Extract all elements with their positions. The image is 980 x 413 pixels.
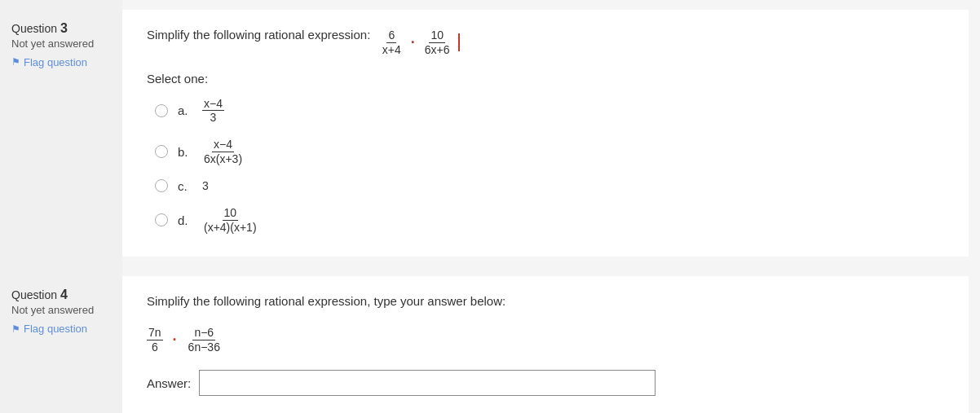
q4-frac1-den: 6 [150,341,160,354]
option-a-letter: a. [178,103,192,117]
q3-frac1-den: x+4 [381,43,403,57]
q4-label: Question 4 [11,288,111,302]
q3-expression: 6 x+4 · 10 6x+6 [381,29,460,57]
option-b-radio[interactable] [155,145,168,158]
option-b-content: x−4 6x(x+3) [202,138,244,166]
question-3-row: Question 3 Not yet answered ⚑ Flag quest… [0,0,980,266]
page-wrapper: Question 3 Not yet answered ⚑ Flag quest… [0,0,980,413]
option-d-letter: d. [178,213,192,227]
option-b-letter: b. [178,145,192,159]
sidebar-q3: Question 3 Not yet answered ⚑ Flag quest… [0,0,122,266]
option-d-radio[interactable] [155,213,168,226]
option-d-num: 10 [223,206,239,221]
q3-options: a. x−4 3 b. [147,97,944,235]
option-b-row[interactable]: b. x−4 6x(x+3) [155,138,944,166]
q4-frac2-den: 6n−36 [187,341,222,354]
q4-frac1-num: 7n [147,326,163,341]
cursor-bar [458,33,460,51]
q4-sidebar-block: Question 4 Not yet answered ⚑ Flag quest… [11,279,111,351]
option-c-radio[interactable] [155,179,168,192]
dot-operator-q4: · [173,332,177,349]
q3-prompt-text: Simplify the following rational expressi… [147,28,370,42]
q4-flag-question[interactable]: ⚑ Flag question [11,323,111,335]
q3-frac2-num: 10 [429,29,445,43]
option-d-row[interactable]: d. 10 (x+4)(x+1) [155,206,944,235]
q3-sidebar-block: Question 3 Not yet answered ⚑ Flag quest… [11,13,111,85]
flag-icon: ⚑ [11,56,20,68]
q4-prompt: Simplify the following rational expressi… [147,292,944,311]
q4-flag-label[interactable]: Flag question [24,323,87,335]
q4-answer-label: Answer: [147,376,191,390]
q4-number: 4 [60,288,68,301]
flag-icon-q4: ⚑ [11,323,20,335]
option-a-num: x−4 [202,97,224,112]
option-c-letter: c. [178,179,192,193]
q3-frac2-den: 6x+6 [423,43,452,57]
q3-prompt: Simplify the following rational expressi… [147,26,944,57]
q4-inner-content: Simplify the following rational expressi… [122,276,969,413]
option-a-fraction: x−4 3 [202,97,224,125]
sidebar-q4: Question 4 Not yet answered ⚑ Flag quest… [0,266,122,413]
option-a-content: x−4 3 [202,97,224,125]
question-4-row: Question 4 Not yet answered ⚑ Flag quest… [0,266,980,413]
option-b-num: x−4 [212,138,234,152]
q4-frac2-num: n−6 [192,326,215,341]
q4-expression-block: 7n 6 · n−6 6n−36 [147,326,944,354]
dot-operator-q3: · [411,32,415,54]
option-b-den: 6x(x+3) [202,152,244,166]
q3-status: Not yet answered [11,37,111,51]
q3-frac1-num: 6 [386,29,396,43]
q3-flag-label[interactable]: Flag question [24,56,87,68]
q4-prompt-text: Simplify the following rational expressi… [147,294,505,308]
option-d-den: (x+4)(x+1) [202,221,258,235]
q3-inner-content: Simplify the following rational expressi… [122,10,969,257]
q3-flag-question[interactable]: ⚑ Flag question [11,56,111,68]
q3-frac2: 10 6x+6 [423,29,452,57]
q3-number: 3 [60,21,68,35]
q3-label: Question 3 [11,21,111,36]
q4-content-cell: Simplify the following rational expressi… [122,266,980,413]
q3-content-cell: Simplify the following rational expressi… [122,0,980,266]
option-a-row[interactable]: a. x−4 3 [155,97,944,125]
option-b-fraction: x−4 6x(x+3) [202,138,244,166]
option-d-fraction: 10 (x+4)(x+1) [202,206,258,235]
q4-label-text: Question [11,288,57,301]
option-d-content: 10 (x+4)(x+1) [202,206,258,235]
q3-label-text: Question [11,22,57,35]
q3-frac1: 6 x+4 [381,29,403,57]
q4-answer-input[interactable] [199,370,656,396]
q4-frac1: 7n 6 [147,326,163,354]
q4-status: Not yet answered [11,304,111,318]
option-a-den: 3 [209,111,219,125]
q4-frac2: n−6 6n−36 [187,326,222,354]
option-a-radio[interactable] [155,104,168,117]
q4-answer-row: Answer: [147,370,944,396]
option-c-content: 3 [202,179,209,192]
q3-select-one: Select one: [147,72,944,86]
option-c-row[interactable]: c. 3 [155,179,944,193]
